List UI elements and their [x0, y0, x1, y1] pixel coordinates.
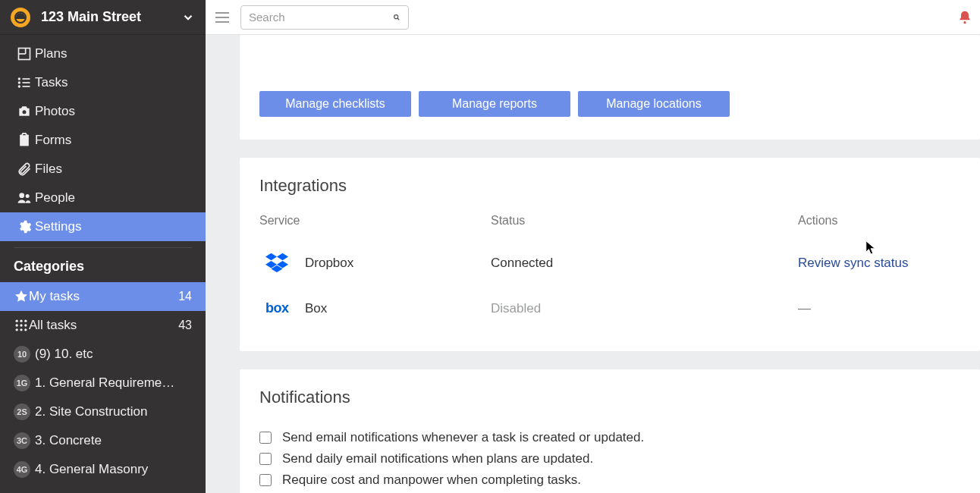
category-badge: 2S: [14, 404, 30, 420]
svg-point-5: [18, 85, 20, 87]
nav-label: People: [35, 190, 75, 206]
category-badge: 10: [14, 346, 30, 363]
category-label: 2. Site Construction: [35, 404, 186, 419]
nav-item-people[interactable]: People: [0, 184, 206, 212]
notification-checkbox[interactable]: [259, 432, 272, 444]
notification-option: Send daily email notifications when plan…: [259, 448, 960, 469]
sidebar: 123 Main Street Plans Tasks Photos Forms…: [0, 0, 206, 493]
svg-line-27: [397, 18, 399, 20]
primary-nav: Plans Tasks Photos Forms Files People Se…: [0, 35, 206, 241]
integration-row: box Box Disabled —: [259, 288, 960, 328]
svg-marker-30: [277, 253, 288, 260]
review-sync-status-link[interactable]: Review sync status: [798, 256, 909, 270]
chevron-down-icon: [181, 11, 195, 24]
header-actions: Actions: [798, 214, 960, 228]
header-status: Status: [491, 214, 798, 228]
category-label: All tasks: [29, 318, 172, 333]
floorplan-icon: [14, 46, 35, 61]
category-item[interactable]: 10(9) 10. etc: [0, 340, 206, 369]
category-label: 3. Concrete: [35, 433, 186, 448]
integration-name: Dropbox: [305, 256, 491, 271]
nav-item-plans[interactable]: Plans: [0, 39, 206, 68]
manage-reports-button[interactable]: Manage reports: [419, 91, 570, 117]
category-label: 4. General Masonry: [35, 462, 186, 477]
manage-locations-button[interactable]: Manage locations: [578, 91, 730, 117]
svg-marker-29: [265, 253, 277, 260]
notifications-card: Notifications Send email notifications w…: [240, 369, 980, 493]
categories-heading: Categories: [0, 254, 206, 282]
svg-point-21: [20, 328, 22, 331]
manage-card: Manage checklists Manage reports Manage …: [240, 35, 980, 140]
svg-point-4: [18, 81, 20, 83]
paperclip-icon: [14, 162, 35, 177]
svg-rect-8: [23, 86, 30, 87]
content-scroll[interactable]: Manage checklists Manage reports Manage …: [206, 35, 980, 493]
integration-action: Review sync status: [798, 256, 960, 271]
notifications-bell-icon[interactable]: [957, 9, 972, 26]
svg-point-28: [963, 21, 966, 24]
notification-label: Send email notifications whenever a task…: [282, 430, 644, 445]
nav-label: Photos: [35, 104, 75, 119]
nav-item-forms[interactable]: Forms: [0, 126, 206, 155]
nav-item-files[interactable]: Files: [0, 155, 206, 184]
categories-list: My tasks14All tasks4310(9) 10. etc1G1. G…: [0, 282, 206, 484]
nav-label: Forms: [35, 133, 71, 148]
svg-rect-6: [23, 78, 30, 80]
svg-point-14: [16, 320, 18, 322]
svg-rect-7: [23, 82, 30, 83]
svg-point-17: [16, 324, 18, 326]
notification-option: Send email notifications whenever a task…: [259, 427, 960, 448]
nav-label: Tasks: [35, 75, 68, 90]
notification-option: Require cost and manpower when completin…: [259, 469, 960, 491]
box-logo-icon: box: [265, 300, 289, 316]
menu-toggle-icon[interactable]: [213, 8, 231, 27]
nav-label: Plans: [35, 46, 68, 61]
integrations-header-row: Service Status Actions: [259, 211, 960, 238]
header-service: Service: [259, 214, 491, 228]
nav-item-photos[interactable]: Photos: [0, 97, 206, 126]
svg-point-15: [20, 320, 22, 322]
nav-label: Settings: [35, 219, 81, 234]
project-switcher[interactable]: 123 Main Street: [0, 0, 206, 35]
list-icon: [14, 75, 35, 90]
search-icon[interactable]: [393, 10, 400, 25]
category-badge: 4G: [14, 461, 30, 478]
notification-checkbox[interactable]: [259, 453, 272, 465]
category-item[interactable]: My tasks14: [0, 282, 206, 311]
svg-point-19: [24, 324, 27, 326]
notifications-title: Notifications: [259, 388, 960, 407]
star-icon: [14, 289, 29, 304]
dropbox-logo-icon: [265, 250, 288, 276]
svg-point-22: [24, 328, 27, 331]
svg-point-18: [20, 324, 22, 326]
category-label: 1. General Requireme…: [35, 375, 186, 391]
svg-point-20: [16, 328, 18, 331]
svg-point-26: [394, 14, 398, 18]
integration-status: Disabled: [491, 301, 798, 316]
search-input[interactable]: [249, 11, 393, 24]
notification-label: Require cost and manpower when completin…: [282, 473, 581, 488]
svg-point-16: [24, 320, 27, 322]
category-item[interactable]: 1G1. General Requireme…: [0, 369, 206, 397]
search-field[interactable]: [240, 5, 409, 30]
manage-checklists-button[interactable]: Manage checklists: [259, 91, 411, 117]
category-item[interactable]: 2S2. Site Construction: [0, 397, 206, 426]
svg-point-12: [19, 193, 24, 198]
app-logo-icon: [11, 8, 30, 27]
nav-item-settings[interactable]: Settings: [0, 212, 206, 241]
notification-checkbox[interactable]: [259, 474, 272, 486]
category-item[interactable]: All tasks43: [0, 311, 206, 340]
topbar: [206, 0, 980, 35]
clipboard-icon: [14, 133, 35, 148]
category-item[interactable]: 4G4. General Masonry: [0, 455, 206, 484]
category-count: 14: [178, 290, 192, 303]
integration-status: Connected: [491, 256, 798, 271]
category-item[interactable]: 3C3. Concrete: [0, 426, 206, 455]
nav-item-tasks[interactable]: Tasks: [0, 68, 206, 97]
project-title: 123 Main Street: [41, 9, 181, 25]
notification-label: Send daily email notifications when plan…: [282, 451, 593, 466]
svg-point-13: [26, 194, 30, 198]
integration-action: —: [798, 301, 960, 316]
integrations-title: Integrations: [259, 176, 960, 196]
main-area: Manage checklists Manage reports Manage …: [206, 0, 980, 493]
